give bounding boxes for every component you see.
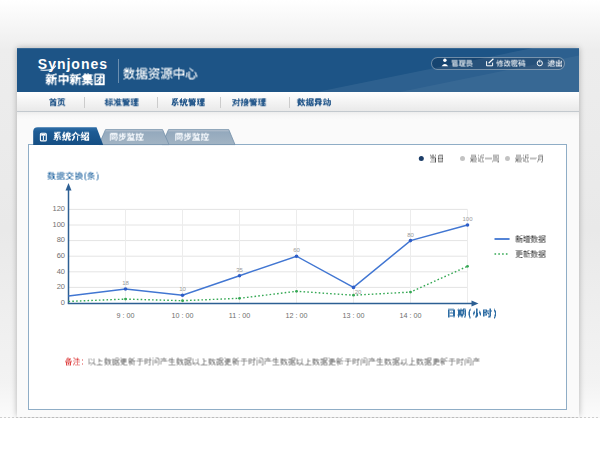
svg-text:14 : 00: 14 : 00 bbox=[400, 311, 422, 320]
svg-text:Synjones: Synjones bbox=[38, 56, 108, 72]
svg-text:18: 18 bbox=[122, 280, 129, 286]
svg-text:80: 80 bbox=[407, 232, 414, 238]
svg-text:60: 60 bbox=[293, 247, 300, 253]
svg-text:11 : 00: 11 : 00 bbox=[229, 311, 250, 320]
svg-text:10 : 00: 10 : 00 bbox=[172, 311, 194, 320]
svg-text:100: 100 bbox=[52, 220, 65, 229]
svg-text:10: 10 bbox=[179, 286, 186, 292]
svg-text:12 : 00: 12 : 00 bbox=[286, 311, 308, 320]
svg-text:40: 40 bbox=[57, 267, 65, 276]
svg-text:80: 80 bbox=[57, 235, 65, 244]
svg-text:20: 20 bbox=[57, 282, 65, 291]
svg-text:60: 60 bbox=[57, 251, 65, 260]
svg-text:0: 0 bbox=[61, 298, 65, 307]
svg-text:9 : 00: 9 : 00 bbox=[117, 311, 135, 320]
svg-text:100: 100 bbox=[462, 216, 473, 222]
svg-text:20: 20 bbox=[355, 289, 362, 295]
svg-text:120: 120 bbox=[52, 204, 65, 213]
svg-text:13 : 00: 13 : 00 bbox=[343, 311, 365, 320]
svg-text:35: 35 bbox=[236, 267, 243, 273]
